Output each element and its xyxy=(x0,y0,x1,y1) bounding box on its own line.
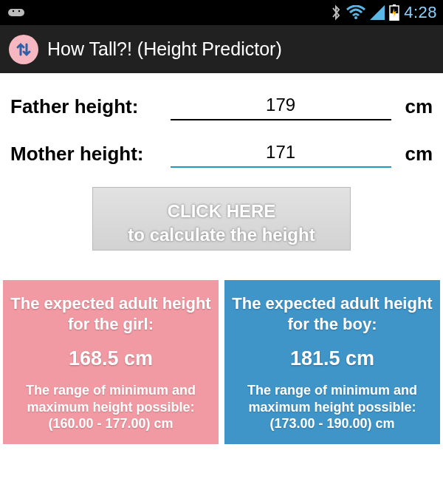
battery-icon xyxy=(389,4,399,21)
father-row: Father height: cm xyxy=(10,92,433,120)
calculate-line2: to calculate the height xyxy=(128,225,315,245)
mother-label: Mother height: xyxy=(10,143,160,166)
calculate-button[interactable]: CLICK HERE to calculate the height xyxy=(92,187,351,251)
signal-icon xyxy=(370,5,385,20)
form: Father height: cm Mother height: cm CLIC… xyxy=(0,73,443,251)
svg-point-5 xyxy=(354,16,357,19)
svg-rect-2 xyxy=(12,9,21,16)
wifi-icon xyxy=(346,5,365,20)
mother-row: Mother height: cm xyxy=(10,140,433,168)
boy-value: 181.5 cm xyxy=(230,347,434,370)
boy-sub: The range of minimum and maximum height … xyxy=(230,382,434,432)
results: The expected adult height for the girl: … xyxy=(0,274,443,450)
status-bar: 4:28 xyxy=(0,0,443,25)
boy-lead: The expected adult height for the boy: xyxy=(230,293,434,334)
girl-lead: The expected adult height for the girl: xyxy=(9,293,213,334)
father-unit: cm xyxy=(402,95,433,118)
svg-point-3 xyxy=(13,10,14,12)
status-clock: 4:28 xyxy=(404,3,437,22)
svg-point-4 xyxy=(18,10,20,12)
android-icon xyxy=(6,5,27,20)
girl-sub: The range of minimum and maximum height … xyxy=(9,382,213,432)
mother-unit: cm xyxy=(402,143,433,166)
bluetooth-icon xyxy=(330,4,342,21)
girl-card: The expected adult height for the girl: … xyxy=(3,280,219,444)
app-title: How Tall?! (Height Predictor) xyxy=(47,38,282,60)
girl-value: 168.5 cm xyxy=(9,347,213,370)
calculate-line1: CLICK HERE xyxy=(168,201,276,221)
app-bar: How Tall?! (Height Predictor) xyxy=(0,25,443,73)
boy-card: The expected adult height for the boy: 1… xyxy=(224,280,440,444)
app-icon xyxy=(9,35,38,64)
father-input[interactable] xyxy=(171,92,391,120)
father-label: Father height: xyxy=(10,95,160,118)
mother-input[interactable] xyxy=(171,140,391,168)
